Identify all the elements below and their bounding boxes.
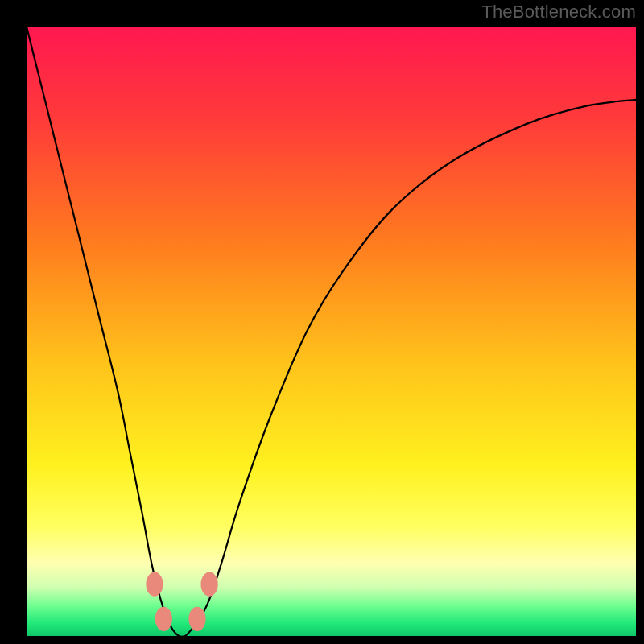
valley-marker xyxy=(146,572,163,597)
attribution-watermark: TheBottleneck.com xyxy=(481,2,636,23)
valley-marker xyxy=(201,572,218,597)
chart-svg xyxy=(27,27,636,636)
chart-frame: TheBottleneck.com xyxy=(0,0,644,644)
valley-marker xyxy=(188,607,205,631)
valley-marker xyxy=(155,607,172,631)
plot-area xyxy=(27,27,636,636)
